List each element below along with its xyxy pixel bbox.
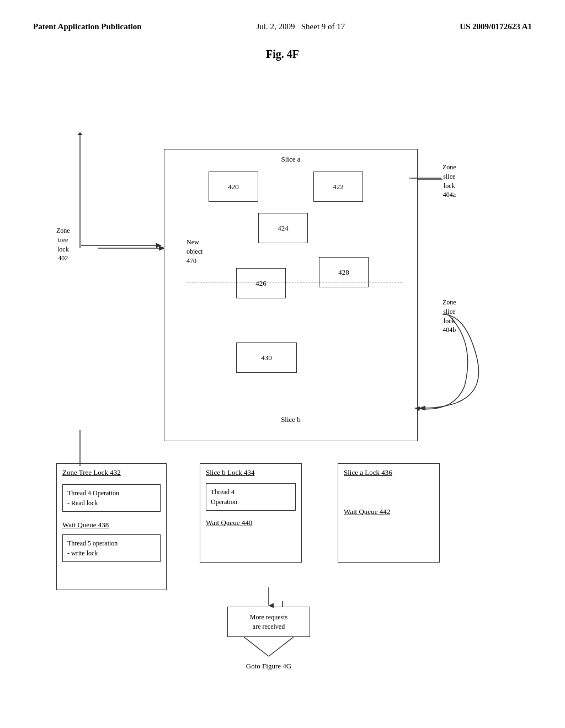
figure-title: Fig. 4F [33, 48, 532, 61]
slice-a-label: Slice a [281, 155, 300, 164]
more-requests-box: More requestsare received [227, 607, 310, 637]
box-426: 426 [236, 268, 286, 298]
slice-a-lock-title: Slice a Lock 436 [338, 464, 439, 480]
svg-line-8 [244, 637, 269, 656]
new-object-label: Newobject470 [186, 238, 202, 265]
slice-container: Slice a Slice b 420 422 424 Newobject470… [164, 149, 418, 441]
arrow-to-more-requests [263, 587, 274, 609]
slice-a-lock-box: Slice a Lock 436 Wait Queue 442 [338, 463, 440, 563]
down-arrow [227, 637, 310, 659]
page-header: Patent Application Publication Jul. 2, 2… [33, 22, 532, 31]
zone-slice-lock-404a: Zoneslicelock404a [443, 163, 456, 200]
header-left: Patent Application Publication [33, 22, 142, 31]
box-422: 422 [313, 172, 363, 202]
wait-queue-438-label: Wait Queue 438 [57, 516, 166, 532]
box-428: 428 [319, 257, 369, 287]
wait-queue-442-label: Wait Queue 442 [338, 480, 439, 519]
zone-tree-lock-box: Zone Tree Lock 432 Thread 4 Operation- R… [56, 463, 167, 590]
slice-b-lock-box: Slice b Lock 434 Thread 4Operation Wait … [200, 463, 302, 563]
zone-slice-lock-404b: Zoneslicelock404b [443, 298, 456, 335]
dashed-line [186, 282, 402, 282]
header-right: US 2009/0172623 A1 [460, 22, 532, 31]
diagram: Zonetreelock402 Slice a Slice b 420 422 … [45, 77, 520, 684]
header-center: Jul. 2, 2009 Sheet 9 of 17 [256, 22, 345, 31]
arrow-404a [409, 174, 443, 183]
slice-b-lock-title: Slice b Lock 434 [200, 464, 301, 480]
arrow-zone-tree [78, 240, 167, 251]
wait-queue-438-content: Thread 5 operation- write lock [62, 534, 161, 562]
box-430: 430 [236, 342, 297, 373]
slice-b-lock-content: Thread 4Operation [206, 483, 296, 511]
zone-tree-lock-side-label: Zonetreelock402 [56, 226, 70, 263]
box-424: 424 [258, 213, 308, 243]
svg-line-9 [269, 637, 294, 656]
zone-tree-lock-title: Zone Tree Lock 432 [57, 464, 166, 480]
goto-label: Goto Figure 4G [227, 662, 310, 671]
zone-tree-lock-content: Thread 4 Operation- Read lock [62, 484, 161, 512]
svg-marker-6 [77, 132, 83, 135]
slice-b-label: Slice b [281, 415, 301, 424]
wait-queue-440-label: Wait Queue 440 [200, 514, 301, 530]
vert-line-zone [74, 132, 86, 254]
box-420: 420 [209, 172, 258, 202]
